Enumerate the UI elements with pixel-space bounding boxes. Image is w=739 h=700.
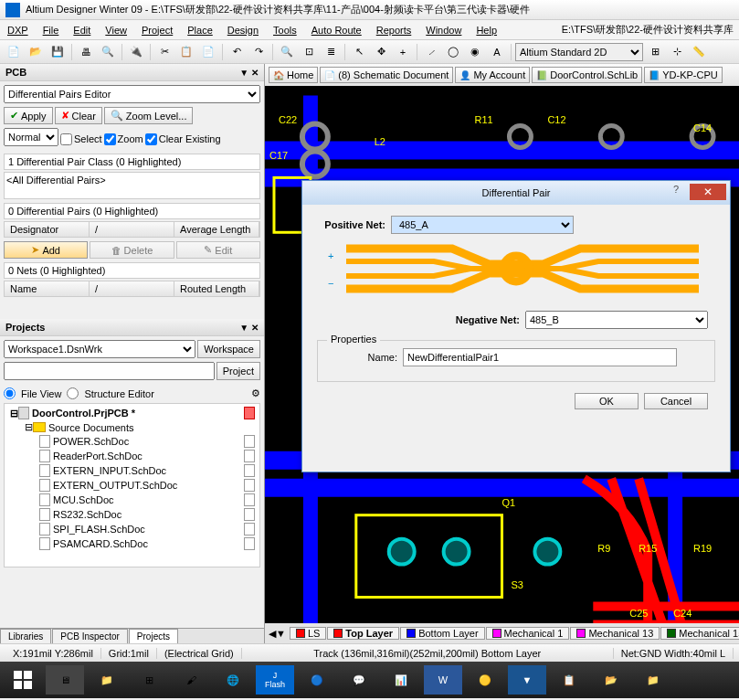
taskbar-wechat-icon[interactable]: 💬: [340, 665, 378, 695]
tree-doc[interactable]: PSAMCARD.SchDoc: [6, 536, 258, 551]
cancel-button[interactable]: Cancel: [644, 393, 708, 409]
layer-tab[interactable]: Top Layer: [327, 627, 399, 640]
pairs-list[interactable]: <All Differential Pairs>: [4, 172, 260, 199]
tree-doc[interactable]: MCU.SchDoc: [6, 493, 258, 507]
tb-pad-icon[interactable]: ◯: [443, 42, 463, 62]
dialog-header[interactable]: Differential Pair ? ✕: [302, 181, 730, 205]
tb-new-icon[interactable]: 📄: [4, 42, 24, 62]
add-button[interactable]: ➤Add: [4, 241, 88, 259]
structure-radio[interactable]: [67, 387, 79, 399]
ydkp-button[interactable]: 📘YD-KP-CPU: [644, 67, 723, 83]
tab-projects[interactable]: Projects: [129, 629, 178, 643]
taskbar-app-icon[interactable]: ⊞: [130, 665, 168, 695]
project-tree[interactable]: ⊟ DoorControl.PrjPCB * ⊟ Source Document…: [4, 403, 260, 567]
tree-doc[interactable]: SPI_FLASH.SchDoc: [6, 522, 258, 536]
layer-tab[interactable]: Mechanical 13: [570, 627, 660, 640]
taskbar-app-icon[interactable]: 📋: [550, 665, 588, 695]
tb-open-icon[interactable]: 📂: [26, 42, 46, 62]
settings-icon[interactable]: ⚙: [251, 387, 260, 399]
tb-snap-icon[interactable]: ⊹: [667, 42, 687, 62]
edit-button[interactable]: ✎Edit: [176, 241, 260, 259]
tb-copy-icon[interactable]: 📋: [176, 42, 196, 62]
zoom-button[interactable]: 🔍Zoom Level...: [104, 107, 194, 124]
tree-root[interactable]: ⊟ DoorControl.PrjPCB *: [6, 406, 258, 420]
mode-select[interactable]: Normal: [4, 128, 58, 146]
select-checkbox[interactable]: [60, 133, 72, 145]
taskbar-app-icon[interactable]: 🖥: [46, 665, 84, 695]
tb-route-icon[interactable]: ⟋: [421, 42, 441, 62]
tb-devices-icon[interactable]: 🔌: [126, 42, 146, 62]
menu-reports[interactable]: Reports: [369, 25, 419, 36]
tb-save-icon[interactable]: 💾: [48, 42, 68, 62]
doorcontrol-button[interactable]: 📗DoorControl.SchLib: [532, 67, 642, 83]
menu-autoroute[interactable]: Auto Route: [304, 25, 369, 36]
taskbar-chrome-icon[interactable]: 🔵: [298, 665, 336, 695]
menu-path[interactable]: E:\TFS\研发部\22-硬件设计资料共享库: [556, 23, 739, 37]
apply-button[interactable]: ✔Apply: [4, 107, 53, 124]
tb-layers-icon[interactable]: ≣: [321, 42, 341, 62]
menu-file[interactable]: File: [36, 25, 67, 36]
tb-zoom-icon[interactable]: 🔍: [277, 42, 297, 62]
menu-design[interactable]: Design: [220, 25, 266, 36]
tab-pcbinspector[interactable]: PCB Inspector: [52, 629, 127, 643]
tb-fit-icon[interactable]: ⊡: [299, 42, 319, 62]
tree-doc[interactable]: EXTERN_OUTPUT.SchDoc: [6, 478, 258, 493]
tb-place-icon[interactable]: +: [393, 42, 413, 62]
tb-move-icon[interactable]: ✥: [371, 42, 391, 62]
tb-grid-icon[interactable]: ⊞: [645, 42, 665, 62]
layer-tab[interactable]: Mechanical 1: [486, 627, 570, 640]
tb-undo-icon[interactable]: ↶: [227, 42, 247, 62]
tb-via-icon[interactable]: ◉: [465, 42, 485, 62]
tb-redo-icon[interactable]: ↷: [248, 42, 269, 62]
panel-close-icon[interactable]: ▼ ✕: [239, 68, 259, 78]
menu-tools[interactable]: Tools: [266, 25, 304, 36]
clear-button[interactable]: ✘Clear: [55, 107, 102, 124]
project-input[interactable]: [4, 362, 215, 380]
menu-edit[interactable]: Edit: [66, 25, 98, 36]
taskbar-app-icon[interactable]: 📂: [592, 665, 630, 695]
positive-net-select[interactable]: 485_A: [391, 216, 574, 234]
tree-doc[interactable]: RS232.SchDoc: [6, 507, 258, 522]
tree-doc[interactable]: EXTERN_INPUT.SchDoc: [6, 463, 258, 478]
zoom-checkbox[interactable]: [104, 133, 116, 145]
delete-button[interactable]: 🗑Delete: [90, 241, 174, 259]
layer-tab[interactable]: Bottom Layer: [400, 627, 484, 640]
home-button[interactable]: 🏠Home: [269, 67, 318, 83]
close-button[interactable]: ✕: [690, 184, 726, 200]
taskbar-app-icon[interactable]: 📊: [382, 665, 420, 695]
menu-project[interactable]: Project: [134, 25, 180, 36]
project-button[interactable]: Project: [216, 362, 260, 380]
taskbar-app-icon[interactable]: 🌐: [214, 665, 252, 695]
ok-button[interactable]: OK: [575, 393, 639, 409]
workspace-select[interactable]: Workspace1.DsnWrk: [4, 340, 195, 358]
tb-text-icon[interactable]: A: [487, 42, 507, 62]
tb-print-icon[interactable]: 🖶: [76, 42, 96, 62]
tb-paste-icon[interactable]: 📄: [198, 42, 218, 62]
tree-doc[interactable]: POWER.SchDoc: [6, 434, 258, 449]
menu-window[interactable]: Window: [418, 25, 469, 36]
taskbar-app-icon[interactable]: 📁: [634, 665, 672, 695]
taskbar-app-icon[interactable]: 📁: [88, 665, 126, 695]
tb-cut-icon[interactable]: ✂: [154, 42, 174, 62]
menu-help[interactable]: Help: [469, 25, 504, 36]
workspace-button[interactable]: Workspace: [197, 340, 260, 358]
taskbar-app-icon[interactable]: 🖌: [172, 665, 210, 695]
menu-dxp[interactable]: DXP: [0, 25, 36, 36]
taskbar-word-icon[interactable]: W: [424, 665, 462, 695]
menu-place[interactable]: Place: [180, 25, 220, 36]
view-mode-select[interactable]: Altium Standard 2D: [515, 43, 643, 61]
menu-view[interactable]: View: [98, 25, 134, 36]
help-icon[interactable]: ?: [668, 184, 684, 200]
taskbar-jflash-icon[interactable]: JFlash: [256, 665, 294, 695]
tree-doc[interactable]: ReaderPort.SchDoc: [6, 449, 258, 463]
tree-srcdocs[interactable]: ⊟ Source Documents: [6, 420, 258, 434]
tb-preview-icon[interactable]: 🔍: [98, 42, 118, 62]
tb-select-icon[interactable]: ↖: [349, 42, 369, 62]
tb-rule-icon[interactable]: 📏: [689, 42, 709, 62]
tab-libraries[interactable]: Libraries: [0, 629, 51, 643]
layer-tab[interactable]: LS: [290, 627, 326, 640]
editor-select[interactable]: Differential Pairs Editor: [4, 85, 260, 103]
negative-net-select[interactable]: 485_B: [525, 311, 708, 329]
layer-tab[interactable]: Mechanical 15: [660, 627, 739, 640]
projects-close-icon[interactable]: ▼ ✕: [239, 323, 259, 333]
